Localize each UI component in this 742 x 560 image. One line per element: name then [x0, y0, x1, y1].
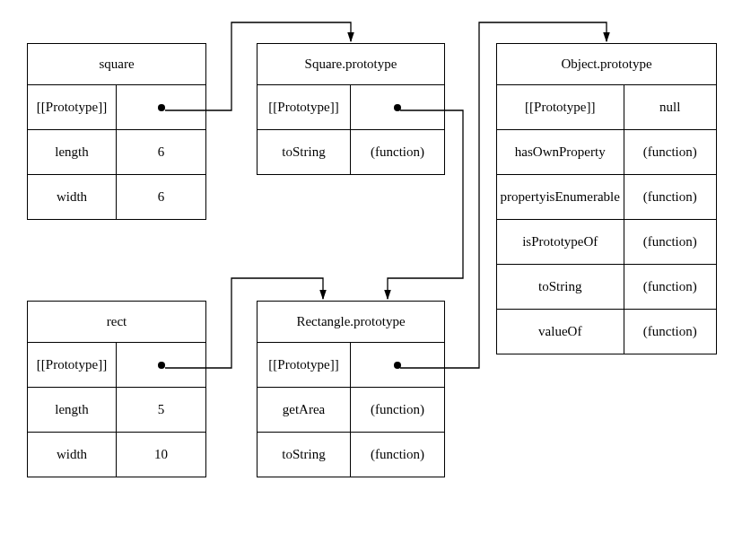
- prototype-pointer: [351, 85, 444, 129]
- prop-value: (function): [624, 220, 716, 264]
- prop-key: toString: [258, 433, 351, 477]
- prop-key: valueOf: [497, 310, 624, 354]
- node-title: Rectangle.prototype: [258, 302, 444, 343]
- prototype-pointer: [117, 85, 205, 129]
- prop-key: [[Prototype]]: [258, 85, 351, 129]
- prop-key: [[Prototype]]: [28, 343, 117, 387]
- node-title: square: [28, 44, 205, 85]
- node-square-prototype: Square.prototype [[Prototype]] toString …: [257, 43, 445, 175]
- prop-key: length: [28, 130, 117, 174]
- prototype-pointer: [351, 343, 444, 387]
- prop-key: width: [28, 433, 117, 477]
- dot-icon: [158, 362, 165, 369]
- prop-value: 6: [117, 130, 205, 174]
- node-rectangle-prototype: Rectangle.prototype [[Prototype]] getAre…: [257, 301, 445, 477]
- prop-value: (function): [351, 130, 444, 174]
- prop-key: getArea: [258, 388, 351, 432]
- prop-value: 10: [117, 433, 205, 477]
- prop-value: (function): [624, 130, 716, 174]
- node-title: Square.prototype: [258, 44, 444, 85]
- prop-value: 5: [117, 388, 205, 432]
- prop-key: [[Prototype]]: [258, 343, 351, 387]
- prop-key: toString: [258, 130, 351, 174]
- dot-icon: [394, 104, 401, 111]
- prop-value: 6: [117, 175, 205, 219]
- prop-value: (function): [351, 433, 444, 477]
- prop-key: hasOwnProperty: [497, 130, 624, 174]
- node-object-prototype: Object.prototype [[Prototype]] null hasO…: [496, 43, 717, 354]
- prop-key: toString: [497, 265, 624, 309]
- node-rect: rect [[Prototype]] length 5 width 10: [27, 301, 206, 477]
- prop-key: propertyisEnumerable: [497, 175, 624, 219]
- prototype-pointer: [117, 343, 205, 387]
- dot-icon: [158, 104, 165, 111]
- prop-key: [[Prototype]]: [28, 85, 117, 129]
- dot-icon: [394, 362, 401, 369]
- prop-value: null: [624, 85, 716, 129]
- prop-key: isPrototypeOf: [497, 220, 624, 264]
- node-square: square [[Prototype]] length 6 width 6: [27, 43, 206, 220]
- prop-key: [[Prototype]]: [497, 85, 624, 129]
- node-title: Object.prototype: [497, 44, 716, 85]
- prop-value: (function): [624, 310, 716, 354]
- prop-key: length: [28, 388, 117, 432]
- prop-key: width: [28, 175, 117, 219]
- prop-value: (function): [351, 388, 444, 432]
- prop-value: (function): [624, 175, 716, 219]
- prop-value: (function): [624, 265, 716, 309]
- node-title: rect: [28, 302, 205, 343]
